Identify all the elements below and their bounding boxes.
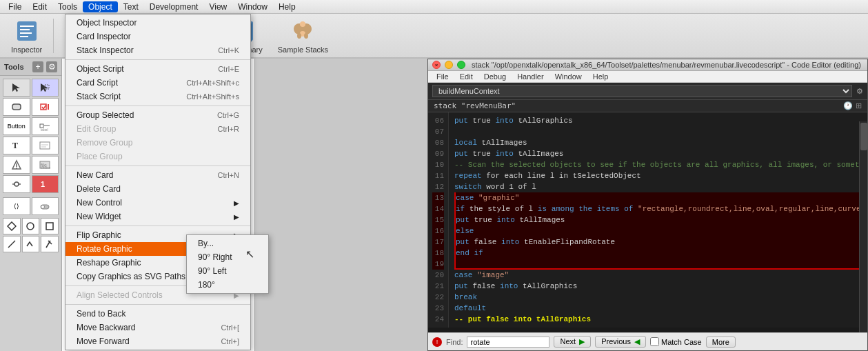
menu-move-backward[interactable]: Move Backward Ctrl+[ bbox=[65, 321, 250, 334]
svg-rect-1 bbox=[20, 26, 34, 27]
toolbar-sample-stacks[interactable]: Sample Stacks bbox=[271, 15, 335, 57]
code-line-24: -- put false into tAllGraphics bbox=[454, 314, 862, 325]
tool-line-2[interactable] bbox=[22, 236, 40, 252]
tool-rounded-rect[interactable] bbox=[3, 98, 30, 116]
tool-circle[interactable] bbox=[22, 218, 40, 234]
menu-help[interactable]: Help bbox=[273, 1, 301, 12]
code-line-19 bbox=[454, 259, 862, 270]
code-line-16: else bbox=[454, 225, 862, 237]
find-previous-button[interactable]: Previous ◀ bbox=[595, 336, 646, 348]
tool-image[interactable]: filechoice bbox=[32, 156, 59, 174]
tool-extra-1[interactable]: ⟨⟩ bbox=[3, 197, 30, 215]
tool-red-button[interactable]: 1 bbox=[32, 175, 59, 193]
svg-point-49 bbox=[14, 182, 19, 186]
editor-menu-help[interactable]: Help bbox=[587, 72, 614, 81]
menu-text[interactable]: Text bbox=[118, 1, 144, 12]
editor-menu-debug[interactable]: Debug bbox=[478, 72, 512, 81]
svg-point-27 bbox=[297, 33, 301, 39]
editor-icons: 🕐 ⊞ bbox=[843, 101, 862, 110]
svg-rect-0 bbox=[17, 21, 37, 41]
tool-text[interactable]: T bbox=[3, 137, 30, 154]
editor-expand-icon[interactable]: ⊞ bbox=[856, 101, 862, 110]
menu-move-forward[interactable]: Move Forward Ctrl+] bbox=[65, 334, 250, 348]
find-label: Find: bbox=[446, 338, 463, 346]
function-selector[interactable]: buildMenuContext bbox=[432, 85, 852, 97]
maximize-button[interactable] bbox=[457, 61, 465, 69]
scrollbar[interactable] bbox=[859, 121, 867, 332]
toolbar-separator-1 bbox=[53, 19, 54, 53]
menu-new-widget[interactable]: New Widget ▶ bbox=[65, 210, 250, 223]
tool-slider[interactable] bbox=[3, 175, 30, 193]
minimize-button[interactable] bbox=[445, 61, 453, 69]
stack-label-bar: stack "revMenuBar" 🕐 ⊞ bbox=[428, 100, 867, 112]
menu-send-to-back[interactable]: Send to Back bbox=[65, 307, 250, 321]
tool-field[interactable] bbox=[32, 137, 59, 154]
editor-menu-window[interactable]: Window bbox=[549, 72, 587, 81]
close-button[interactable]: × bbox=[432, 61, 441, 69]
svg-text:T: T bbox=[12, 141, 18, 150]
menu-group-selected[interactable]: Group Selected Ctrl+G bbox=[65, 108, 250, 122]
tool-radio[interactable]: label bbox=[32, 117, 59, 135]
menu-card-inspector[interactable]: Card Inspector bbox=[65, 30, 250, 43]
menu-divider-3 bbox=[65, 166, 250, 166]
find-more-button[interactable]: More bbox=[706, 337, 736, 348]
menu-window[interactable]: Window bbox=[232, 1, 273, 12]
svg-line-56 bbox=[8, 241, 15, 248]
toolbar-inspector[interactable]: Inspector bbox=[4, 15, 49, 57]
menu-stack-script[interactable]: Stack Script Ctrl+Alt+Shift+s bbox=[65, 90, 250, 103]
scrollbar-thumb[interactable] bbox=[860, 123, 867, 150]
svg-rect-32 bbox=[12, 104, 21, 110]
tool-diamond[interactable] bbox=[3, 218, 21, 234]
find-input[interactable] bbox=[467, 337, 549, 348]
editor-menu-file[interactable]: File bbox=[431, 72, 454, 81]
tools-add-button[interactable]: + bbox=[32, 61, 43, 72]
rotate-180[interactable]: 180° bbox=[187, 278, 268, 292]
tool-pencil[interactable] bbox=[41, 236, 59, 252]
editor-clock-icon[interactable]: 🕐 bbox=[843, 101, 853, 110]
editor-menu-handler[interactable]: Handler bbox=[512, 72, 549, 81]
tool-square[interactable] bbox=[41, 218, 59, 234]
menu-new-card[interactable]: New Card Ctrl+N bbox=[65, 168, 250, 182]
tool-extra-2[interactable] bbox=[32, 197, 59, 215]
rotate-90-left[interactable]: 90° Left bbox=[187, 264, 268, 278]
code-line-22: break bbox=[454, 292, 862, 303]
tools-row-extra: ⟨⟩ bbox=[0, 196, 61, 217]
editor-settings-icon[interactable]: ⚙ bbox=[856, 87, 863, 96]
menu-development[interactable]: Development bbox=[144, 1, 204, 12]
tool-pointer[interactable] bbox=[3, 79, 30, 97]
menu-object[interactable]: Object bbox=[83, 1, 118, 12]
menu-file[interactable]: File bbox=[3, 1, 27, 12]
menu-object-script[interactable]: Object Script Ctrl+E bbox=[65, 62, 250, 76]
tool-scrollbar[interactable] bbox=[3, 156, 30, 174]
find-next-button[interactable]: Next ▶ bbox=[554, 336, 591, 348]
code-line-06: put true into tAllGraphics bbox=[454, 115, 862, 126]
sample-stacks-icon bbox=[290, 18, 316, 44]
menu-delete-card[interactable]: Delete Card bbox=[65, 182, 250, 196]
editor-menubar: File Edit Debug Handler Window Help bbox=[428, 71, 867, 83]
svg-rect-3 bbox=[20, 32, 32, 34]
tool-button[interactable]: Button bbox=[3, 117, 30, 135]
svg-text:1: 1 bbox=[41, 180, 45, 188]
menu-tools[interactable]: Tools bbox=[52, 1, 83, 12]
menu-card-script[interactable]: Card Script Ctrl+Alt+Shift+c bbox=[65, 76, 250, 90]
match-case-checkbox[interactable]: Match Case bbox=[650, 337, 702, 346]
find-icon: ! bbox=[432, 337, 442, 347]
inspector-label: Inspector bbox=[11, 46, 42, 54]
menu-stack-inspector[interactable]: Stack Inspector Ctrl+K bbox=[65, 43, 250, 57]
tool-checkbox[interactable] bbox=[32, 98, 59, 116]
tool-line-1[interactable] bbox=[3, 236, 21, 252]
menu-divider-2 bbox=[65, 106, 250, 106]
editor-menu-edit[interactable]: Edit bbox=[454, 72, 478, 81]
code-line-13: case "graphic" bbox=[454, 192, 862, 203]
menu-view[interactable]: View bbox=[203, 1, 232, 12]
menu-object-inspector[interactable]: Object Inspector bbox=[65, 16, 250, 30]
tools-shapes bbox=[0, 217, 61, 254]
menu-new-control[interactable]: New Control ▶ bbox=[65, 196, 250, 210]
svg-text:choice: choice bbox=[41, 166, 50, 170]
line-numbers: 06 07 08 09 10 11 12 13 14 15 16 17 18 1… bbox=[428, 112, 449, 328]
code-line-23: default bbox=[454, 303, 862, 314]
svg-rect-39 bbox=[40, 142, 50, 149]
menu-edit[interactable]: Edit bbox=[27, 1, 52, 12]
tools-gear-button[interactable]: ⚙ bbox=[46, 61, 57, 72]
tool-group-select[interactable] bbox=[32, 79, 59, 97]
